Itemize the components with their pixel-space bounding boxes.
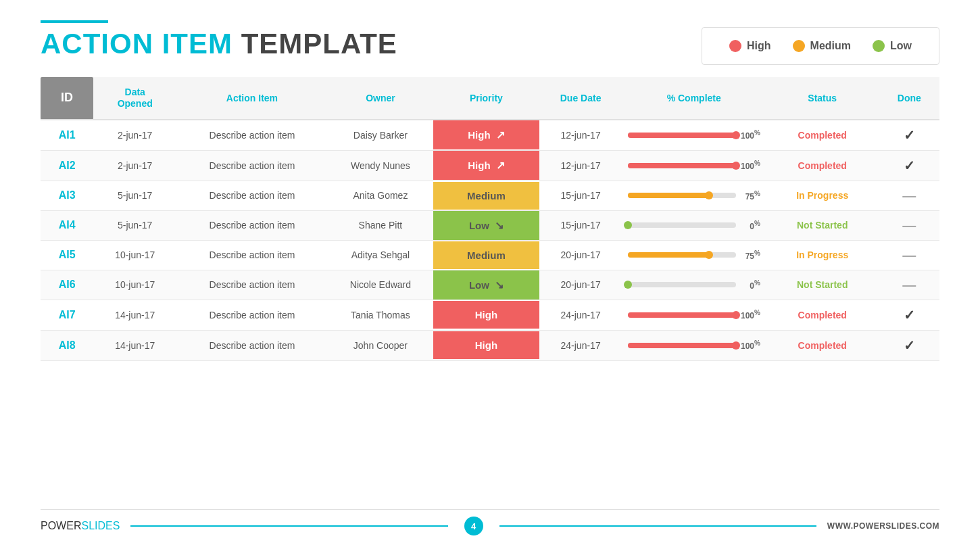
cell-due: 24-jun-17 bbox=[539, 300, 622, 330]
cell-owner: Shane Pitt bbox=[328, 210, 433, 240]
cell-action: Describe action item bbox=[176, 120, 328, 151]
cell-owner: John Cooper bbox=[328, 330, 433, 360]
th-pct-complete: % Complete bbox=[622, 77, 766, 120]
th-date-opened: DataOpened bbox=[93, 77, 176, 120]
cell-date: 5-jun-17 bbox=[93, 181, 176, 210]
progress-pct: 100% bbox=[740, 160, 760, 171]
trend-up-icon: ↗ bbox=[496, 159, 505, 172]
th-status: Status bbox=[766, 77, 879, 120]
progress-container: 0% bbox=[628, 279, 760, 291]
done-checkmark: ✓ bbox=[904, 338, 915, 353]
footer-line-left bbox=[130, 525, 447, 527]
progress-thumb bbox=[705, 191, 713, 199]
cell-action: Describe action item bbox=[176, 181, 328, 210]
title-accent-line bbox=[41, 20, 108, 23]
legend-dot-medium bbox=[793, 40, 805, 52]
status-badge: In Progress bbox=[796, 190, 848, 201]
legend-label-high: High bbox=[747, 40, 771, 52]
priority-label: Low bbox=[469, 220, 489, 231]
cell-id: AI8 bbox=[41, 330, 93, 360]
cell-date: 10-jun-17 bbox=[93, 270, 176, 300]
footer-page-number: 4 bbox=[464, 517, 483, 535]
th-due-date: Due Date bbox=[539, 77, 622, 120]
cell-id: AI1 bbox=[41, 120, 93, 151]
cell-id: AI6 bbox=[41, 270, 93, 300]
cell-status: Not Started bbox=[766, 210, 879, 240]
cell-done: ✓ bbox=[879, 120, 939, 151]
cell-status: Completed bbox=[766, 150, 879, 181]
progress-pct: 100% bbox=[740, 339, 760, 351]
table-row: AI2 2-jun-17 Describe action item Wendy … bbox=[41, 150, 939, 181]
th-id: ID bbox=[41, 77, 93, 120]
cell-pct: 100% bbox=[622, 330, 766, 360]
progress-bar-bg bbox=[628, 343, 736, 348]
progress-container: 100% bbox=[628, 160, 760, 171]
cell-status: Completed bbox=[766, 300, 879, 330]
cell-done: ✓ bbox=[879, 330, 939, 360]
legend-label-medium: Medium bbox=[810, 40, 851, 52]
cell-owner: Anita Gomez bbox=[328, 181, 433, 210]
cell-priority: High ↗ bbox=[433, 120, 539, 151]
cell-owner: Nicole Edward bbox=[328, 270, 433, 300]
cell-date: 14-jun-17 bbox=[93, 330, 176, 360]
cell-status: Completed bbox=[766, 330, 879, 360]
cell-due: 15-jun-17 bbox=[539, 181, 622, 210]
cell-id: AI4 bbox=[41, 210, 93, 240]
cell-owner: Wendy Nunes bbox=[328, 150, 433, 181]
trend-down-icon: ↘ bbox=[495, 279, 504, 291]
progress-bar-fill bbox=[628, 193, 709, 198]
legend-label-low: Low bbox=[890, 40, 912, 52]
progress-thumb bbox=[732, 311, 740, 319]
legend-dot-low bbox=[873, 40, 885, 52]
priority-label: High bbox=[475, 309, 497, 320]
cell-action: Describe action item bbox=[176, 300, 328, 330]
cell-date: 5-jun-17 bbox=[93, 210, 176, 240]
cell-done: — bbox=[879, 181, 939, 210]
footer: POWERSLIDES 4 WWW.POWERSLIDES.COM bbox=[41, 509, 939, 535]
progress-pct: 0% bbox=[740, 279, 760, 291]
cell-priority: High ↗ bbox=[433, 150, 539, 181]
progress-thumb bbox=[732, 131, 740, 139]
cell-status: In Progress bbox=[766, 240, 879, 270]
cell-action: Describe action item bbox=[176, 270, 328, 300]
cell-done: — bbox=[879, 270, 939, 300]
progress-bar-bg bbox=[628, 163, 736, 168]
progress-container: 75% bbox=[628, 249, 760, 261]
cell-priority: Medium bbox=[433, 181, 539, 210]
status-badge: Completed bbox=[798, 160, 847, 171]
cell-priority: Low ↘ bbox=[433, 210, 539, 240]
cell-pct: 100% bbox=[622, 150, 766, 181]
action-items-table: ID DataOpened Action Item Owner Priority… bbox=[41, 77, 939, 361]
cell-done: ✓ bbox=[879, 300, 939, 330]
progress-thumb bbox=[705, 251, 713, 259]
legend-box: High Medium Low bbox=[702, 27, 939, 65]
priority-label: Low bbox=[469, 279, 489, 291]
cell-date: 10-jun-17 bbox=[93, 240, 176, 270]
cell-date: 2-jun-17 bbox=[93, 150, 176, 181]
table-container: ID DataOpened Action Item Owner Priority… bbox=[41, 77, 939, 505]
done-checkmark: ✓ bbox=[904, 308, 915, 323]
progress-pct: 100% bbox=[740, 129, 760, 141]
priority-badge: High ↗ bbox=[433, 151, 539, 180]
cell-done: — bbox=[879, 240, 939, 270]
cell-pct: 75% bbox=[622, 181, 766, 210]
table-row: AI5 10-jun-17 Describe action item Adity… bbox=[41, 240, 939, 270]
cell-pct: 0% bbox=[622, 210, 766, 240]
legend-item-low: Low bbox=[873, 40, 912, 52]
priority-badge: Medium bbox=[433, 182, 539, 210]
cell-due: 12-jun-17 bbox=[539, 120, 622, 151]
cell-priority: High bbox=[433, 330, 539, 360]
table-row: AI3 5-jun-17 Describe action item Anita … bbox=[41, 181, 939, 210]
progress-bar-fill bbox=[628, 312, 736, 318]
table-header-row: ID DataOpened Action Item Owner Priority… bbox=[41, 77, 939, 120]
priority-badge: High bbox=[433, 301, 539, 329]
priority-badge: Medium bbox=[433, 241, 539, 269]
progress-thumb bbox=[732, 341, 740, 350]
cell-date: 14-jun-17 bbox=[93, 300, 176, 330]
cell-action: Describe action item bbox=[176, 150, 328, 181]
th-done: Done bbox=[879, 77, 939, 120]
cell-id: AI5 bbox=[41, 240, 93, 270]
trend-down-icon: ↘ bbox=[495, 219, 504, 232]
priority-label: Medium bbox=[467, 190, 506, 201]
progress-container: 100% bbox=[628, 309, 760, 320]
